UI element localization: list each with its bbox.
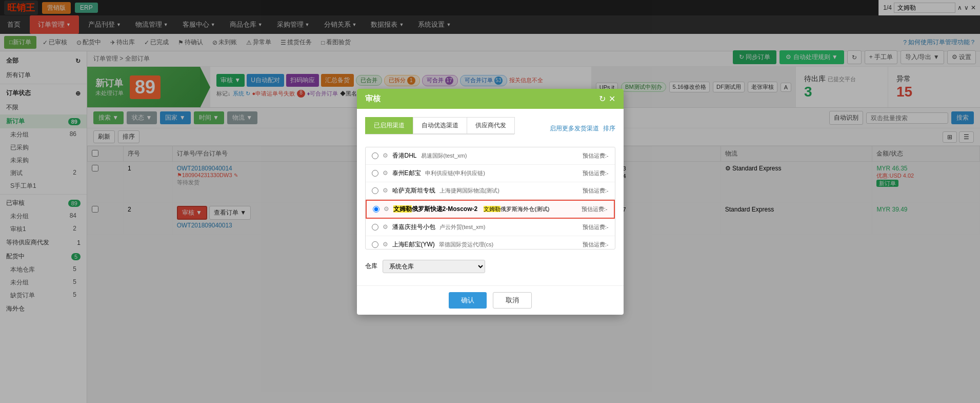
warehouse-label: 仓库	[365, 262, 377, 271]
channel-price-6: 预估运费:-	[583, 241, 609, 248]
channel-row-4[interactable]: ⚙ 文姆勒俄罗斯快递2-Moscow-2 文姆勒俄罗斯海外仓(测试) 预估运费:…	[366, 200, 615, 219]
modal-overlay[interactable]: 审核 ↻ ✕ 已启用渠道 自动优选渠道 供应商代发 启用更多发货渠道 排序	[0, 0, 980, 403]
channel-radio-5[interactable]	[372, 224, 378, 231]
modal-tab-supplier[interactable]: 供应商代发	[467, 117, 515, 134]
channel-name-3: 哈萨克斯坦专线	[392, 186, 435, 195]
channel-row-6[interactable]: ⚙ 上海E邮宝(YW) 翠德国际货运代理(cs) 预估运费:-	[366, 236, 615, 250]
channel-list: ⚙ 香港DHL 易速国际(test_xm) 预估运费:- ⚙ 泰州E邮宝 申利供…	[365, 147, 615, 250]
modal-tab-enabled[interactable]: 已启用渠道	[365, 117, 413, 134]
gear-icon-6[interactable]: ⚙	[383, 241, 388, 248]
gear-icon-4[interactable]: ⚙	[384, 205, 389, 213]
channel-price-5: 预估运费:-	[583, 223, 609, 231]
modal-close-btn[interactable]: ✕	[609, 94, 615, 104]
modal-tab-auto[interactable]: 自动优选渠道	[413, 117, 467, 134]
channel-name-6: 上海E邮宝(YW)	[392, 240, 435, 249]
modal-title: 审核	[365, 94, 381, 104]
modal-audit: 审核 ↻ ✕ 已启用渠道 自动优选渠道 供应商代发 启用更多发货渠道 排序	[357, 89, 624, 315]
modal-enable-more[interactable]: 启用更多发货渠道 排序	[550, 124, 615, 133]
channel-radio-2[interactable]	[372, 170, 378, 177]
channel-price-3: 预估运费:-	[583, 187, 609, 195]
channel-price-2: 预估运费:-	[583, 169, 609, 177]
channel-name-1: 香港DHL	[392, 151, 417, 160]
modal-footer: 确认 取消	[357, 285, 624, 315]
gear-icon-2[interactable]: ⚙	[383, 169, 388, 177]
channel-price-4: 预估运费:-	[582, 205, 608, 213]
gear-icon-3[interactable]: ⚙	[383, 187, 388, 194]
modal-header-buttons: ↻ ✕	[599, 94, 615, 104]
channel-row-5[interactable]: ⚙ 潘嘉庆挂号小包 卢云外贸(test_xm) 预估运费:-	[366, 219, 615, 236]
channel-radio-6[interactable]	[372, 241, 378, 248]
channel-desc-highlight-4: 文姆勒	[484, 206, 501, 212]
channel-name-highlight-4: 文姆勒	[393, 205, 412, 213]
gear-icon-1[interactable]: ⚙	[383, 152, 388, 159]
modal-header: 审核 ↻ ✕	[357, 89, 624, 109]
channel-radio-1[interactable]	[372, 152, 378, 159]
channel-name-2: 泰州E邮宝	[392, 169, 421, 178]
channel-row-3[interactable]: ⚙ 哈萨克斯坦专线 上海捷网国际物流(测试) 预估运费:-	[366, 182, 615, 200]
channel-row-1[interactable]: ⚙ 香港DHL 易速国际(test_xm) 预估运费:-	[366, 147, 615, 165]
channel-desc-6: 翠德国际货运代理(cs)	[439, 241, 493, 248]
channel-desc-5: 卢云外贸(test_xm)	[439, 223, 486, 231]
channel-row-2[interactable]: ⚙ 泰州E邮宝 申利供应链(申利供应链) 预估运费:-	[366, 165, 615, 182]
channel-desc-4: 文姆勒俄罗斯海外仓(测试)	[484, 205, 549, 213]
modal-tabs-row: 已启用渠道 自动优选渠道 供应商代发 启用更多发货渠道 排序	[365, 117, 615, 141]
channel-name-4: 文姆勒俄罗斯快递2-Moscow-2	[393, 205, 478, 214]
cancel-btn[interactable]: 取消	[493, 292, 532, 309]
channel-radio-3[interactable]	[372, 187, 378, 194]
warehouse-select[interactable]: 系统仓库	[383, 260, 485, 273]
sort-label[interactable]: 排序	[603, 124, 615, 133]
modal-body: 已启用渠道 自动优选渠道 供应商代发 启用更多发货渠道 排序 ⚙ 香港DHL 易…	[357, 109, 624, 285]
gear-icon-5[interactable]: ⚙	[383, 223, 388, 231]
channel-price-1: 预估运费:-	[583, 152, 609, 160]
channel-desc-1: 易速国际(test_xm)	[421, 152, 467, 160]
warehouse-row: 仓库 系统仓库	[365, 256, 615, 277]
channel-name-5: 潘嘉庆挂号小包	[392, 223, 435, 232]
channel-desc-3: 上海捷网国际物流(测试)	[439, 187, 499, 195]
channel-radio-4[interactable]	[373, 206, 379, 213]
modal-refresh-btn[interactable]: ↻	[599, 94, 606, 104]
modal-tabs: 已启用渠道 自动优选渠道 供应商代发	[365, 117, 514, 135]
confirm-btn[interactable]: 确认	[449, 292, 487, 309]
channel-desc-2: 申利供应链(申利供应链)	[425, 169, 485, 177]
